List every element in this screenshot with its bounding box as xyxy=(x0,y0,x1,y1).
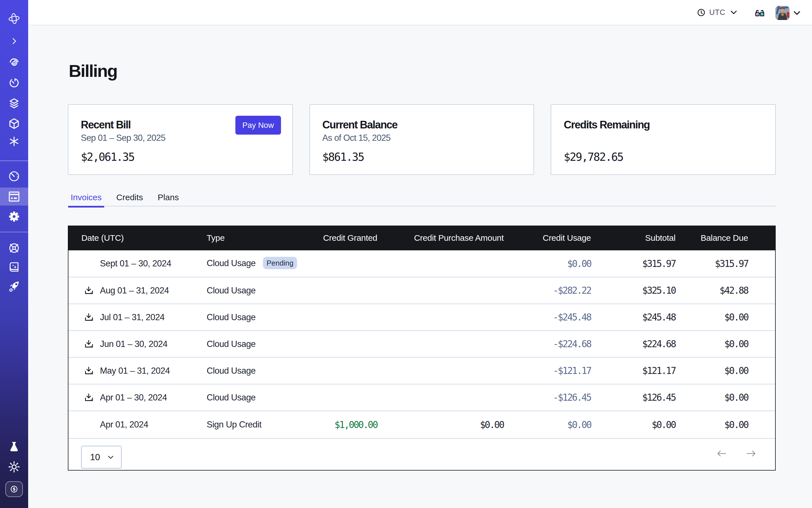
table-row[interactable]: Aug 01 – 31, 2024 Cloud Usage -$282.22 $… xyxy=(69,277,775,304)
card-title: Current Balance xyxy=(323,119,522,130)
previous-page-button[interactable] xyxy=(717,450,727,458)
balance-due-value: $0.00 xyxy=(676,384,775,411)
page-title: Billing xyxy=(69,62,117,80)
tab-credits[interactable]: Credits xyxy=(114,189,145,206)
subtotal-value: $126.45 xyxy=(591,384,676,411)
sidebar-item-settings[interactable] xyxy=(0,210,28,223)
svg-text:$: $ xyxy=(13,486,16,492)
table-row[interactable]: Jun 01 – 30, 2024 Cloud Usage -$224.68 $… xyxy=(69,331,775,357)
theme-toggle[interactable] xyxy=(0,460,28,473)
table-row[interactable]: May 01 – 31, 2024 Cloud Usage -$121.17 $… xyxy=(69,357,775,384)
balance-due-value: $0.00 xyxy=(676,331,775,357)
timezone-selector[interactable]: UTC xyxy=(697,0,737,25)
tab-invoices[interactable]: Invoices xyxy=(68,189,104,206)
subtotal-value: $121.17 xyxy=(591,357,676,384)
download-invoice-icon[interactable] xyxy=(84,286,94,296)
col-header-type: Type xyxy=(207,225,314,250)
credit-granted-value xyxy=(314,384,377,411)
recent-bill-card: Recent Bill Sep 01 – Sep 30, 2025 $2,061… xyxy=(68,104,293,175)
invoices-table: Date (UTC) Type Credit Granted Credit Pu… xyxy=(68,225,776,471)
table-row[interactable]: Apr 01, 2024 Sign Up Credit $1,000.00 $0… xyxy=(69,411,775,438)
chevron-right-icon xyxy=(9,36,19,46)
card-subtitle: As of Oct 15, 2025 xyxy=(323,133,522,142)
billing-card-icon xyxy=(8,190,20,203)
balance-due-value: $42.88 xyxy=(676,277,775,304)
dollar-seal-icon: $ xyxy=(8,483,20,495)
summary-cards: Recent Bill Sep 01 – Sep 30, 2025 $2,061… xyxy=(68,104,776,175)
gear-icon xyxy=(8,210,20,223)
credit-granted-value xyxy=(314,277,377,304)
pricing-button[interactable]: $ xyxy=(0,481,28,497)
book-icon xyxy=(8,261,20,273)
credit-usage-value: -$245.48 xyxy=(504,304,591,331)
sidebar-item-support[interactable] xyxy=(0,242,28,255)
credit-granted-value xyxy=(314,304,377,331)
table-row[interactable]: Sept 01 – 30, 2024 Cloud UsagePending $0… xyxy=(69,250,775,277)
tab-plans[interactable]: Plans xyxy=(155,189,181,206)
chevron-down-icon xyxy=(108,455,114,459)
download-invoice-icon[interactable] xyxy=(84,339,94,349)
flask-icon xyxy=(8,440,20,453)
invoice-type: Sign Up Credit xyxy=(207,420,262,429)
sidebar-item-nexus[interactable] xyxy=(0,135,28,147)
credit-purchase-value xyxy=(377,277,504,304)
download-invoice-icon[interactable] xyxy=(84,392,94,403)
invoice-date: Jun 01 – 30, 2024 xyxy=(100,339,168,349)
invoice-date: Jul 01 – 31, 2024 xyxy=(100,312,164,323)
credit-purchase-value xyxy=(377,357,504,384)
account-menu-button[interactable] xyxy=(794,11,801,15)
table-footer: 10 xyxy=(69,438,775,470)
clock-icon xyxy=(697,8,705,16)
sidebar-item-deployments[interactable] xyxy=(0,97,28,110)
page-size-value: 10 xyxy=(90,452,100,462)
billing-tabs: InvoicesCreditsPlans xyxy=(68,189,776,206)
sidebar-item-labs[interactable] xyxy=(0,440,28,453)
invoice-type: Cloud Usage xyxy=(207,366,256,376)
invoice-date: May 01 – 31, 2024 xyxy=(100,366,170,376)
sidebar-expand-button[interactable] xyxy=(0,36,28,46)
subtotal-value: $0.00 xyxy=(591,411,676,438)
page-size-select[interactable]: 10 xyxy=(81,446,122,469)
topbar: UTC xyxy=(28,0,812,25)
download-invoice-icon[interactable] xyxy=(84,366,94,376)
subtotal-value: $325.10 xyxy=(591,277,676,304)
temporal-logo[interactable] xyxy=(0,12,28,25)
gauge-icon xyxy=(8,170,20,182)
user-avatar[interactable] xyxy=(775,6,789,20)
sidebar-item-billing[interactable] xyxy=(0,190,28,203)
sidebar-item-schedules[interactable] xyxy=(0,77,28,89)
card-title: Credits Remaining xyxy=(564,119,764,130)
sidebar-item-namespaces[interactable] xyxy=(0,56,28,69)
credit-usage-value: -$121.17 xyxy=(504,357,591,384)
credit-purchase-value xyxy=(377,304,504,331)
credit-purchase-value xyxy=(377,250,504,277)
table-row[interactable]: Apr 01 – 30, 2024 Cloud Usage -$126.45 $… xyxy=(69,384,775,411)
recent-bill-amount: $2,061.35 xyxy=(81,152,134,163)
current-balance-amount: $861.35 xyxy=(323,152,364,163)
col-header-credit-granted: Credit Granted xyxy=(314,225,377,250)
credit-purchase-value xyxy=(377,331,504,357)
invoice-type: Cloud Usage xyxy=(207,392,256,403)
labs-glasses-button[interactable] xyxy=(755,9,764,17)
sidebar-item-usage[interactable] xyxy=(0,170,28,182)
subtotal-value: $315.97 xyxy=(591,250,676,277)
glasses-icon xyxy=(755,9,764,17)
avatar-image xyxy=(775,6,789,20)
sidebar-item-docs[interactable] xyxy=(0,261,28,273)
download-invoice-icon[interactable] xyxy=(84,312,94,323)
credit-granted-value xyxy=(314,357,377,384)
sidebar-divider xyxy=(0,232,28,232)
sidebar-item-workflows[interactable] xyxy=(0,118,28,130)
credit-granted-value: $1,000.00 xyxy=(314,411,377,438)
balance-due-value: $0.00 xyxy=(676,411,775,438)
table-row[interactable]: Jul 01 – 31, 2024 Cloud Usage -$245.48 $… xyxy=(69,304,775,331)
table-header-row: Date (UTC) Type Credit Granted Credit Pu… xyxy=(69,225,775,250)
invoice-type: Cloud Usage xyxy=(207,312,256,322)
sidebar-item-get-started[interactable] xyxy=(0,279,28,292)
pay-now-button[interactable]: Pay Now xyxy=(236,116,281,135)
col-header-date: Date (UTC) xyxy=(69,225,207,250)
next-page-button[interactable] xyxy=(746,450,756,458)
credits-remaining-card: Credits Remaining $29,782.65 xyxy=(551,104,776,175)
timezone-label: UTC xyxy=(709,8,725,17)
arrow-right-icon xyxy=(746,450,756,457)
